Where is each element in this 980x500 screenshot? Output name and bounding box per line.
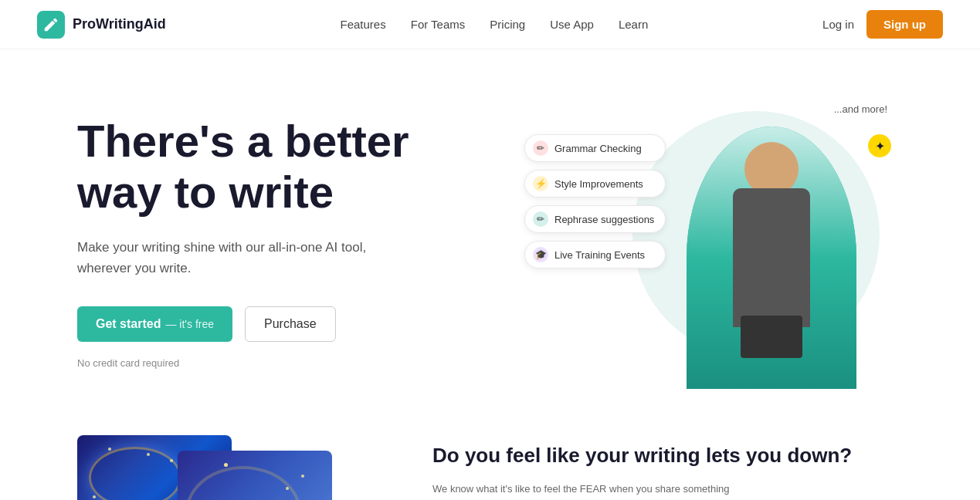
hero-image-area: ✏ Grammar Checking ⚡ Style Improvements … <box>532 96 903 389</box>
person-inner <box>687 127 856 389</box>
second-starry-card <box>178 451 332 500</box>
navbar: ProWritingAid Features For Teams Pricing… <box>0 0 980 49</box>
bottom-text-area: Do you feel like your writing lets you d… <box>432 435 903 500</box>
pill-rephrase: ✏ Rephrase suggestions <box>524 205 666 233</box>
nav-learn[interactable]: Learn <box>619 18 648 31</box>
login-button[interactable]: Log in <box>822 18 854 31</box>
logo-svg <box>42 16 59 33</box>
nav-for-teams[interactable]: For Teams <box>411 18 466 31</box>
hero-subtitle: Make your writing shine with our all-in-… <box>77 237 402 279</box>
nav-pricing[interactable]: Pricing <box>490 18 525 31</box>
hero-section: There's a better way to write Make your … <box>0 49 980 420</box>
get-started-button[interactable]: Get started — it's free <box>77 306 232 342</box>
hero-person-illustration <box>687 127 856 389</box>
training-icon: 🎓 <box>533 247 548 262</box>
signup-button[interactable]: Sign up <box>866 10 943 39</box>
person-body <box>733 188 810 327</box>
pill-training-label: Live Training Events <box>554 249 645 261</box>
nav-use-app[interactable]: Use App <box>550 18 594 31</box>
pill-style-label: Style Improvements <box>554 178 643 190</box>
feature-pills: ✏ Grammar Checking ⚡ Style Improvements … <box>524 134 666 269</box>
second-card-swirl <box>178 451 332 500</box>
pill-training: 🎓 Live Training Events <box>524 241 666 269</box>
nav-links: Features For Teams Pricing Use App Learn <box>341 18 649 31</box>
star-decoration: ✦ <box>868 134 891 157</box>
nav-actions: Log in Sign up <box>822 10 943 39</box>
bottom-heading: Do you feel like your writing lets you d… <box>432 443 903 469</box>
bottom-heading-text: Do you feel like your writing lets you d… <box>432 444 852 467</box>
bottom-description: We know what it's like to feel the FEAR … <box>432 481 741 500</box>
nav-features[interactable]: Features <box>341 18 386 31</box>
logo[interactable]: ProWritingAid <box>37 11 166 39</box>
logo-icon <box>37 11 65 39</box>
no-credit-text: No credit card required <box>77 357 494 369</box>
style-icon: ⚡ <box>533 176 548 191</box>
logo-text: ProWritingAid <box>73 16 166 32</box>
pill-grammar: ✏ Grammar Checking <box>524 134 666 162</box>
hero-title: There's a better way to write <box>77 116 494 218</box>
person-laptop <box>741 316 802 358</box>
rephrase-icon: ✏ <box>533 211 548 227</box>
pill-rephrase-label: Rephrase suggestions <box>554 214 654 225</box>
hero-content: There's a better way to write Make your … <box>77 116 494 370</box>
more-label: ...and more! <box>834 103 887 115</box>
grammar-icon: ✏ <box>533 140 548 156</box>
pill-style: ⚡ Style Improvements <box>524 170 666 198</box>
bottom-section: My idea in my head Do you feel like your… <box>0 420 980 500</box>
purchase-button[interactable]: Purchase <box>245 306 336 342</box>
hero-cta-group: Get started — it's free Purchase <box>77 306 494 342</box>
get-started-label: Get started <box>96 317 161 331</box>
second-dots <box>178 451 332 500</box>
bottom-image-area: My idea in my head <box>77 435 371 500</box>
free-label: — it's free <box>165 318 214 330</box>
pill-grammar-label: Grammar Checking <box>554 143 642 154</box>
